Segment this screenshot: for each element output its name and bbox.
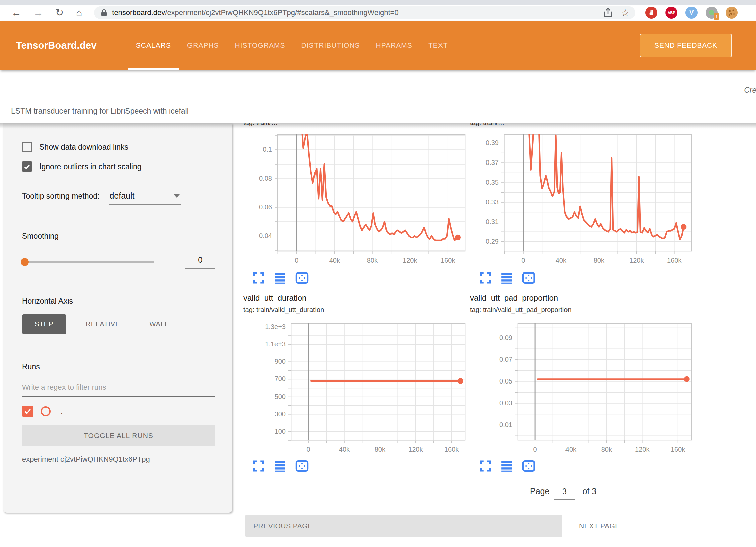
horizontal-axis-label: Horizontal Axis — [22, 297, 215, 306]
scalar-line-chart[interactable] — [504, 134, 692, 251]
page-number-input[interactable]: 3 — [554, 484, 575, 500]
y-tick-label: 0.39 — [467, 139, 499, 147]
v-extension-icon[interactable]: V — [685, 7, 698, 19]
series-end-dot — [684, 376, 690, 382]
series-end-dot — [458, 378, 463, 384]
x-tick-label: 80k — [367, 446, 393, 453]
x-tick-label: 0 — [510, 257, 537, 264]
pan-zoom-icon[interactable] — [522, 460, 536, 472]
next-page-button[interactable]: NEXT PAGE — [573, 515, 626, 537]
fullscreen-icon[interactable] — [479, 460, 492, 472]
experiment-info-row: Crea LSTM transducer training for LibriS… — [0, 70, 756, 123]
fullscreen-icon[interactable] — [252, 271, 265, 284]
fullscreen-icon[interactable] — [479, 271, 492, 284]
x-tick-label: 0 — [283, 257, 310, 264]
show-download-links-row[interactable]: Show data download links — [22, 142, 215, 152]
y-tick-label: 0.05 — [480, 377, 512, 385]
scalar-line-chart[interactable] — [291, 323, 465, 440]
show-download-links-checkbox[interactable] — [22, 142, 32, 152]
tooltip-sorting-row: Tooltip sorting method: default — [22, 191, 215, 205]
y-tick-label: 0.37 — [467, 159, 499, 167]
share-icon[interactable] — [604, 8, 612, 18]
tab-text[interactable]: TEXT — [420, 21, 456, 70]
pan-zoom-icon[interactable] — [522, 271, 536, 284]
axis-wall-button[interactable]: WALL — [139, 314, 179, 334]
tab-distributions[interactable]: DISTRIBUTIONS — [293, 21, 368, 70]
tab-bar: SCALARS GRAPHS HISTOGRAMS DISTRIBUTIONS … — [128, 21, 456, 70]
runs-list-icon[interactable] — [274, 460, 286, 472]
run-color-swatch[interactable] — [41, 406, 51, 416]
chart-header-valid-utt-pad-proportion: valid_utt_pad_proportion tag: train/vali… — [470, 293, 572, 314]
home-icon[interactable]: ⌂ — [76, 8, 82, 18]
back-icon[interactable]: ← — [11, 8, 21, 18]
bookmark-star-icon[interactable]: ☆ — [621, 7, 629, 18]
toggle-all-runs-button[interactable]: TOGGLE ALL RUNS — [22, 425, 215, 446]
run-name: . — [61, 407, 63, 416]
scalar-line-chart[interactable] — [277, 134, 465, 251]
send-feedback-button[interactable]: SEND FEEDBACK — [640, 34, 732, 57]
ignore-outliers-row[interactable]: Ignore outliers in chart scaling — [22, 161, 215, 172]
forward-icon[interactable]: → — [33, 8, 43, 18]
tooltip-sorting-label: Tooltip sorting method: — [22, 192, 99, 201]
pan-zoom-icon[interactable] — [295, 271, 309, 284]
badged-extension-icon[interactable]: 1 — [706, 7, 718, 19]
tab-hparams[interactable]: HPARAMS — [368, 21, 420, 70]
blocker-extension-icon[interactable] — [645, 7, 657, 19]
smoothing-slider[interactable] — [22, 261, 154, 263]
tooltip-sorting-dropdown[interactable]: default — [109, 191, 181, 205]
axis-relative-button[interactable]: RELATIVE — [76, 314, 130, 334]
app-logo[interactable]: TensorBoard.dev — [16, 40, 97, 51]
y-tick-label: 700 — [254, 375, 286, 383]
axis-step-button[interactable]: STEP — [22, 314, 66, 334]
y-tick-label: 0.01 — [480, 421, 512, 429]
y-tick-label: 0.1 — [240, 146, 272, 153]
reload-icon[interactable]: ↻ — [55, 8, 64, 18]
pan-zoom-icon[interactable] — [295, 460, 309, 472]
fullscreen-icon[interactable] — [252, 460, 265, 472]
tab-graphs[interactable]: GRAPHS — [179, 21, 227, 70]
x-tick-label: 40k — [331, 446, 358, 453]
x-tick-label: 40k — [557, 446, 584, 453]
runs-list-icon[interactable] — [274, 271, 286, 284]
scalar-line-chart[interactable] — [518, 323, 692, 440]
x-tick-label: 80k — [359, 257, 386, 264]
x-tick-label: 120k — [402, 446, 429, 453]
experiment-id-caption: experiment cj2vtPiwQHKN9Q1tx6PTpg — [22, 455, 215, 464]
url-text[interactable]: tensorboard.dev/experiment/cj2vtPiwQHKN9… — [112, 8, 595, 17]
tab-histograms[interactable]: HISTOGRAMS — [227, 21, 293, 70]
smoothing-value-input[interactable]: 0 — [185, 255, 215, 269]
y-tick-label: 0.08 — [240, 175, 272, 182]
horizontal-axis-buttons: STEP RELATIVE WALL — [22, 314, 215, 334]
experiment-description: LSTM transducer training for LibriSpeech… — [11, 107, 189, 116]
ignore-outliers-label: Ignore outliers in chart scaling — [39, 162, 142, 171]
y-tick-label: 0.09 — [480, 334, 512, 342]
lock-icon — [101, 9, 107, 17]
run-checkbox[interactable] — [22, 406, 33, 417]
runs-regex-input[interactable]: Write a regex to filter runs — [22, 383, 215, 397]
smoothing-label: Smoothing — [22, 232, 215, 241]
settings-sidebar: Show data download links Ignore outliers… — [3, 123, 232, 513]
y-tick-label: 1.3e+3 — [254, 323, 286, 331]
address-bar[interactable]: tensorboard.dev/experiment/cj2vtPiwQHKN9… — [94, 6, 635, 19]
y-tick-label: 0.29 — [467, 238, 499, 245]
x-tick-label: 80k — [586, 257, 612, 264]
chart-actions — [252, 271, 309, 284]
chart-actions — [479, 460, 536, 472]
url-host: tensorboard.dev — [112, 8, 165, 17]
tab-scalars[interactable]: SCALARS — [128, 21, 179, 70]
smoothing-slider-thumb[interactable] — [21, 258, 29, 266]
y-tick-label: 0.04 — [240, 232, 272, 240]
browser-toolbar: ← → ↻ ⌂ tensorboard.dev/experiment/cj2vt… — [0, 5, 756, 21]
url-path: /experiment/cj2vtPiwQHKN9Q1tx6PTpg/#scal… — [165, 8, 398, 17]
runs-list-icon[interactable] — [500, 460, 513, 472]
abp-extension-icon[interactable]: ABP — [665, 7, 677, 19]
x-tick-label: 40k — [321, 257, 348, 264]
clipped-chart-tag: tag: train/… — [470, 123, 610, 128]
runs-list-icon[interactable] — [500, 271, 513, 284]
app-header: TensorBoard.dev SCALARS GRAPHS HISTOGRAM… — [0, 21, 756, 70]
ignore-outliers-checkbox[interactable] — [22, 161, 32, 172]
chart-title: valid_utt_pad_proportion — [470, 293, 572, 303]
previous-page-button[interactable]: PREVIOUS PAGE — [245, 515, 562, 537]
cookie-extension-icon[interactable] — [726, 7, 738, 19]
x-tick-label: 0 — [295, 446, 322, 453]
